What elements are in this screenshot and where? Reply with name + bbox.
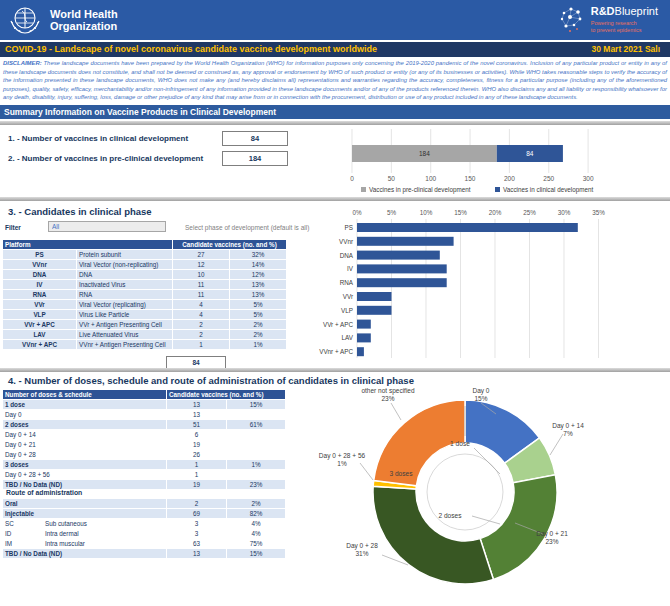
who-logo: World Health Organization: [8, 5, 118, 35]
slice-pct: 1%: [319, 460, 365, 468]
svg-text:200: 200: [504, 175, 515, 182]
route-desc: Intra muscular: [45, 540, 85, 547]
route-row: TBD / No Data (ND)1315%: [3, 549, 285, 558]
platform-count: 2: [173, 330, 229, 339]
section-separator: [0, 368, 670, 372]
who-emblem-icon: [8, 5, 42, 35]
route-count: 3: [167, 519, 226, 528]
route-desc: Intra dermal: [45, 530, 79, 537]
who-name-line2: Organization: [50, 20, 118, 32]
route-count: 13: [167, 549, 226, 558]
page-title: COVID-19 - Landscape of novel coronaviru…: [5, 42, 377, 57]
platform-name: Live Attenuated Virus: [77, 330, 172, 339]
doses-donut-chart: [300, 382, 670, 606]
dose-pct: [227, 450, 285, 459]
platform-count: 12: [173, 260, 229, 269]
slice-pct: 23%: [536, 538, 568, 546]
dose-count: 1: [167, 460, 226, 469]
route-code: IM: [5, 540, 45, 547]
platform-count: 1: [173, 340, 229, 349]
platform-code: IV: [3, 280, 76, 289]
svg-text:250: 250: [543, 175, 554, 182]
platform-code: VVr: [3, 300, 76, 309]
route-row: SCSub cutaneous34%: [3, 519, 285, 528]
route-desc: Sub cutaneous: [45, 520, 87, 527]
svg-text:10%: 10%: [420, 209, 433, 216]
preclinical-count-label: 2. - Number of vaccines in pre-clinical …: [8, 154, 203, 163]
col-doses-candidates: Candidate vaccines (no. and %): [167, 390, 285, 399]
platform-pct: 32%: [230, 250, 286, 259]
doses-table-header: Number of doses & schedule Candidate vac…: [3, 390, 285, 399]
dose-pct: [227, 430, 285, 439]
platform-code: DNA: [3, 270, 76, 279]
svg-text:VVnr: VVnr: [339, 238, 353, 245]
dose-row: Day 0 + 2826: [3, 450, 285, 459]
slice-pct: 7%: [552, 430, 584, 438]
blueprint-title: R&DBlueprint: [591, 5, 658, 18]
dose-label: TBD / No Data (ND): [3, 480, 166, 489]
svg-text:VVr: VVr: [343, 293, 353, 300]
donut-inner-label: 1 dose: [450, 440, 470, 447]
report-date: 30 Mart 2021 Salı: [591, 42, 660, 57]
svg-text:20%: 20%: [489, 209, 502, 216]
platform-code: LAV: [3, 330, 76, 339]
dose-row: Day 0 + 28 + 561: [3, 470, 285, 479]
disclaimer-text: DISCLAIMER: These landscape documents ha…: [3, 59, 667, 102]
route-label-cell: Oral: [3, 499, 166, 508]
col-doses-schedule: Number of doses & schedule: [3, 390, 166, 399]
donut-inner-label: 2 doses: [438, 512, 461, 519]
document-title-bar: COVID-19 - Landscape of novel coronaviru…: [0, 42, 670, 57]
dose-count: 1: [167, 470, 226, 479]
platform-row: VVrViral Vector (replicating)45%: [3, 300, 286, 309]
pipeline-stacked-bar-chart: 05010015020025030018484Vaccines in pre-c…: [345, 123, 667, 197]
dose-pct: 23%: [227, 480, 285, 489]
route-code: SC: [5, 520, 45, 527]
dose-count: 6: [167, 430, 226, 439]
svg-text:5%: 5%: [387, 209, 397, 216]
who-vaccine-landscape-page: { "header": { "who_line1": "World Health…: [0, 0, 670, 606]
svg-text:PS: PS: [345, 224, 353, 231]
blueprint-tagline-line2: to prevent epidemics: [591, 27, 658, 34]
dose-count: 26: [167, 450, 226, 459]
route-count: 2: [167, 499, 226, 508]
platform-code: VVnr + APC: [3, 340, 76, 349]
dose-count: 19: [167, 480, 226, 489]
platform-name: Virus Like Particle: [77, 310, 172, 319]
platform-row: LAVLive Attenuated Virus22%: [3, 330, 286, 339]
blueprint-wordmark: R&DBlueprint Powering research to preven…: [591, 5, 658, 33]
platform-count: 4: [173, 300, 229, 309]
dose-label: Day 0 + 21: [3, 440, 166, 449]
platform-name: RNA: [77, 290, 172, 299]
section3-title: 3. - Candidates in clinical phase: [8, 206, 152, 217]
route-table: Oral22%Injectable6982%SCSub cutaneous34%…: [2, 498, 286, 559]
dose-row: 1 dose1315%: [3, 400, 285, 409]
platform-pct: 5%: [230, 300, 286, 309]
donut-slice-label: Day 0 + 147%: [552, 422, 584, 438]
route-pct: 82%: [227, 509, 285, 518]
dose-row: 3 doses11%: [3, 460, 285, 469]
platform-code: VLP: [3, 310, 76, 319]
slice-name: Day 0: [473, 387, 490, 395]
dose-label: 1 dose: [3, 400, 166, 409]
slice-name: Day 0 + 28: [346, 542, 378, 550]
disclaimer-label: DISCLAIMER:: [3, 60, 42, 66]
platform-name: Viral Vector (replicating): [77, 300, 172, 309]
slice-name: Day 0 + 28 + 56: [319, 452, 365, 460]
platform-row: PSProtein subunit2732%: [3, 250, 286, 259]
preclinical-count-value: 184: [222, 151, 288, 166]
filter-input[interactable]: [48, 221, 166, 232]
platform-name: Viral Vector (non-replicating): [77, 260, 172, 269]
platform-share-bar-chart: 0%5%10%15%20%25%30%35%PSVVnrDNAIVRNAVVrV…: [300, 206, 670, 366]
dose-count: 13: [167, 410, 226, 419]
dose-count: 19: [167, 440, 226, 449]
slice-pct: 31%: [346, 550, 378, 558]
svg-text:100: 100: [425, 175, 436, 182]
col-platform: Platform: [3, 240, 172, 249]
dose-count: 13: [167, 400, 226, 409]
clinical-count-label: 1. - Number of vaccines in clinical deve…: [8, 134, 188, 143]
dose-label: 3 doses: [3, 460, 166, 469]
svg-text:VVnr + APC: VVnr + APC: [319, 348, 353, 355]
clinical-count-value: 84: [222, 131, 288, 146]
platform-count: 27: [173, 250, 229, 259]
blueprint-tagline: Powering research to prevent epidemics: [591, 20, 658, 33]
